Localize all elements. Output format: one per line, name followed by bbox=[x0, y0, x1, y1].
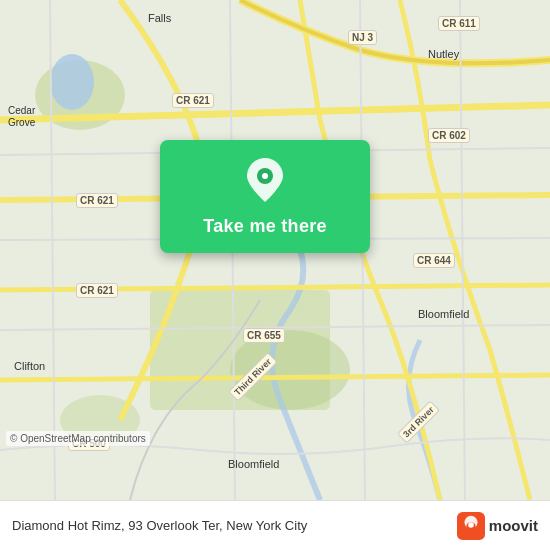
road-label-cr611: CR 611 bbox=[438, 16, 480, 31]
road-label-cr655: CR 655 bbox=[243, 328, 285, 343]
place-label-bloomfield: Bloomfield bbox=[228, 458, 279, 470]
svg-point-18 bbox=[262, 173, 268, 179]
svg-point-21 bbox=[468, 522, 474, 528]
location-text: Diamond Hot Rimz, 93 Overlook Ter, New Y… bbox=[12, 518, 457, 533]
place-label-nutley: Bloomfield bbox=[418, 308, 469, 320]
moovit-icon bbox=[457, 512, 485, 540]
road-label-nj3: NJ 3 bbox=[348, 30, 377, 45]
road-label-cr602: CR 602 bbox=[428, 128, 470, 143]
osm-attribution: © OpenStreetMap contributors bbox=[6, 431, 150, 446]
info-bar: Diamond Hot Rimz, 93 Overlook Ter, New Y… bbox=[0, 500, 550, 550]
road-label-cr621-1: CR 621 bbox=[172, 93, 214, 108]
take-me-there-button[interactable]: Take me there bbox=[160, 140, 370, 253]
moovit-logo[interactable]: moovit bbox=[457, 512, 538, 540]
map-container: Falls CedarGrove Clifton Nutley Bloomfie… bbox=[0, 0, 550, 500]
road-label-cr644: CR 644 bbox=[413, 253, 455, 268]
moovit-label: moovit bbox=[489, 517, 538, 534]
pin-icon bbox=[247, 158, 283, 206]
take-me-there-label: Take me there bbox=[203, 216, 327, 237]
place-label-montclair: Clifton bbox=[14, 360, 45, 372]
place-label-clifton: Nutley bbox=[428, 48, 459, 60]
place-label-cedar-grove: CedarGrove bbox=[8, 105, 35, 129]
place-label-falls: Falls bbox=[148, 12, 171, 24]
road-label-cr621-3: CR 621 bbox=[76, 283, 118, 298]
road-label-cr621-2: CR 621 bbox=[76, 193, 118, 208]
svg-point-5 bbox=[50, 54, 94, 110]
